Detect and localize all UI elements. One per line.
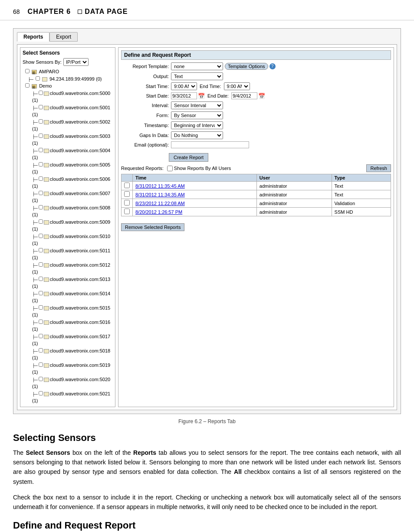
- timestamp-select[interactable]: Beginning of Interval: [171, 121, 223, 129]
- table-row: 8/23/2012 11:22:08 AMadministratorValida…: [122, 199, 391, 208]
- figure-caption: Figure 6.2 – Reports Tab: [13, 418, 401, 424]
- col-user: User: [256, 174, 332, 182]
- remove-selected-button[interactable]: Remove Selected Reports: [121, 223, 184, 231]
- row-type: Text: [332, 182, 391, 190]
- form-row-output: Output: Text: [121, 72, 391, 80]
- file-icon: [44, 149, 49, 153]
- tree-checkbox-cloud9-wavetronix-com-5010--1-[interactable]: [39, 234, 43, 238]
- timestamp-label: Timestamp:: [121, 123, 169, 128]
- tree-checkbox-cloud9-wavetronix-com-5000--1-[interactable]: [39, 91, 43, 95]
- refresh-button[interactable]: Refresh: [366, 164, 391, 172]
- row-checkbox[interactable]: [124, 209, 130, 214]
- define-report-heading: Define and Request Report: [13, 520, 401, 531]
- tree-checkbox-cloud9-wavetronix-com-5003--1-[interactable]: [39, 134, 43, 138]
- form-select[interactable]: By Sensor: [171, 111, 223, 119]
- tree-checkbox-cloud9-wavetronix-com-5018--1-[interactable]: [39, 348, 43, 352]
- tree-checkbox-cloud9-wavetronix-com-5007--1-[interactable]: [39, 191, 43, 195]
- output-select[interactable]: Text: [171, 72, 223, 80]
- row-time-link[interactable]: 8/20/2012 1:26:57 PM: [135, 209, 182, 215]
- tree-checkbox-cloud9-wavetronix-com-5004--1-[interactable]: [39, 148, 43, 152]
- row-checkbox[interactable]: [124, 183, 130, 188]
- row-checkbox[interactable]: [124, 200, 130, 206]
- tree-checkbox-cloud9-wavetronix-com-5012--1-[interactable]: [39, 262, 43, 267]
- page-title-header: DATA PAGE: [85, 8, 128, 16]
- tree-item-cloud9-wavetronix-com-5020--1-: ├─cloud9.wavetronix.com:5020 (1): [23, 376, 113, 390]
- start-date-label: Start Date:: [121, 93, 169, 98]
- template-select[interactable]: none: [171, 62, 223, 70]
- form-row-times: Start Time: 9:00 AM End Time: 9:00 AM: [121, 82, 391, 90]
- end-time-select[interactable]: 9:00 AM: [224, 82, 250, 90]
- table-row: 8/31/2012 11:35:45 AMadministratorText: [122, 182, 391, 190]
- tree-checkbox-cloud9-wavetronix-com-5008--1-[interactable]: [39, 205, 43, 209]
- tree-checkbox-cloud9-wavetronix-com-5006--1-[interactable]: [39, 176, 43, 181]
- tree-checkbox-amparo[interactable]: [25, 69, 30, 73]
- tree-checkbox-cloud9-wavetronix-com-5019--1-[interactable]: [39, 362, 43, 367]
- tree-checkbox-amparo-ip[interactable]: [36, 76, 40, 81]
- gaps-select[interactable]: Do Nothing: [171, 131, 223, 139]
- tree-checkbox-cloud9-wavetronix-com-5016--1-[interactable]: [39, 320, 43, 324]
- selecting-sensors-p1: The Select Sensors box on the left of th…: [13, 448, 401, 487]
- tree-checkbox-cloud9-wavetronix-com-5014--1-[interactable]: [39, 291, 43, 295]
- template-options-button[interactable]: Template Options: [225, 63, 268, 70]
- start-date-calendar-icon[interactable]: 📅: [198, 93, 205, 99]
- email-input[interactable]: [171, 141, 249, 148]
- tree-item-cloud9-wavetronix-com-5018--1-: ├─cloud9.wavetronix.com:5018 (1): [23, 347, 113, 362]
- row-time-link[interactable]: 8/31/2012 11:34:35 AM: [135, 192, 185, 197]
- file-icon: [44, 91, 49, 96]
- tree-label-amparo: AMPARO: [39, 69, 59, 74]
- tree-checkbox-cloud9-wavetronix-com-5011--1-[interactable]: [39, 248, 43, 252]
- start-date-input[interactable]: [171, 92, 197, 99]
- file-icon: [44, 349, 49, 353]
- template-label: Report Template:: [121, 64, 169, 69]
- col-time: Time: [133, 174, 257, 182]
- tree-checkbox-cloud9-wavetronix-com-5001--1-[interactable]: [39, 105, 43, 109]
- create-report-button[interactable]: Create Report: [169, 153, 208, 162]
- show-sensors-row: Show Sensors By: IP/Port: [23, 58, 113, 66]
- tree-checkbox-cloud9-wavetronix-com-5013--1-[interactable]: [39, 277, 43, 281]
- file-icon: [44, 378, 49, 382]
- reports-table: Time User Type 8/31/2012 11:35:45 AMadmi…: [121, 174, 391, 216]
- row-user: administrator: [256, 182, 332, 190]
- start-time-select[interactable]: 9:00 AM: [171, 82, 197, 90]
- end-date-calendar-icon[interactable]: 📅: [258, 93, 265, 99]
- interval-select[interactable]: Sensor Interval: [171, 101, 223, 109]
- tree-checkbox-cloud9-wavetronix-com-5002--1-[interactable]: [39, 119, 43, 124]
- form-label: Form:: [121, 113, 169, 118]
- tree-checkbox-cloud9-wavetronix-com-5020--1-[interactable]: [39, 377, 43, 381]
- show-sensors-select[interactable]: IP/Port: [63, 58, 89, 66]
- tree-item-amparo-ip: ├─ 94.234.189.99:49999 (0): [23, 75, 113, 83]
- tree-checkbox-cloud9-wavetronix-com-5015--1-[interactable]: [39, 305, 43, 310]
- row-checkbox[interactable]: [124, 191, 130, 197]
- main-content: Reports Export Select Sensors Show Senso…: [0, 20, 414, 532]
- end-date-input[interactable]: [231, 92, 257, 99]
- show-all-users-checkbox[interactable]: [167, 166, 173, 171]
- selecting-sensors-p2: Check the box next to a sensor to includ…: [13, 493, 401, 512]
- tree-item-cloud9-wavetronix-com-5005--1-: ├─cloud9.wavetronix.com:5005 (1): [23, 161, 113, 176]
- left-panel-title: Select Sensors: [23, 50, 113, 56]
- tree-item-demo: ⊞ Demo: [23, 82, 113, 90]
- tree-checkbox-cloud9-wavetronix-com-5017--1-[interactable]: [39, 334, 43, 338]
- row-type: SSM HD: [332, 208, 391, 216]
- file-icon: [44, 335, 49, 339]
- tree-checkbox-cloud9-wavetronix-com-5021--1-[interactable]: [39, 391, 43, 395]
- tree-item-cloud9-wavetronix-com-5001--1-: ├─cloud9.wavetronix.com:5001 (1): [23, 104, 113, 118]
- help-icon[interactable]: ?: [269, 63, 276, 69]
- tree-item-amparo: ⊞ AMPARO: [23, 68, 113, 75]
- tree-item-cloud9-wavetronix-com-5004--1-: ├─cloud9.wavetronix.com:5004 (1): [23, 147, 113, 161]
- tab-reports[interactable]: Reports: [17, 32, 49, 42]
- tree-checkbox-demo[interactable]: [25, 83, 30, 88]
- show-sensors-label: Show Sensors By:: [23, 59, 62, 65]
- tree-checkbox-cloud9-wavetronix-com-5009--1-[interactable]: [39, 219, 43, 224]
- row-time-link[interactable]: 8/23/2012 11:22:08 AM: [135, 201, 185, 206]
- file-icon: [44, 177, 49, 182]
- form-row-gaps: Gaps In Data: Do Nothing: [121, 131, 391, 139]
- file-icon: [44, 320, 49, 325]
- tree-checkbox-cloud9-wavetronix-com-5005--1-[interactable]: [39, 162, 43, 166]
- form-row-interval: Interval: Sensor Interval: [121, 101, 391, 109]
- tab-export[interactable]: Export: [49, 32, 78, 42]
- end-date-label: End Date:: [207, 93, 229, 98]
- interval-label: Interval:: [121, 103, 169, 108]
- row-time-link[interactable]: 8/31/2012 11:35:45 AM: [135, 183, 185, 189]
- output-label: Output:: [121, 74, 169, 79]
- email-label: Email (optional):: [121, 142, 169, 147]
